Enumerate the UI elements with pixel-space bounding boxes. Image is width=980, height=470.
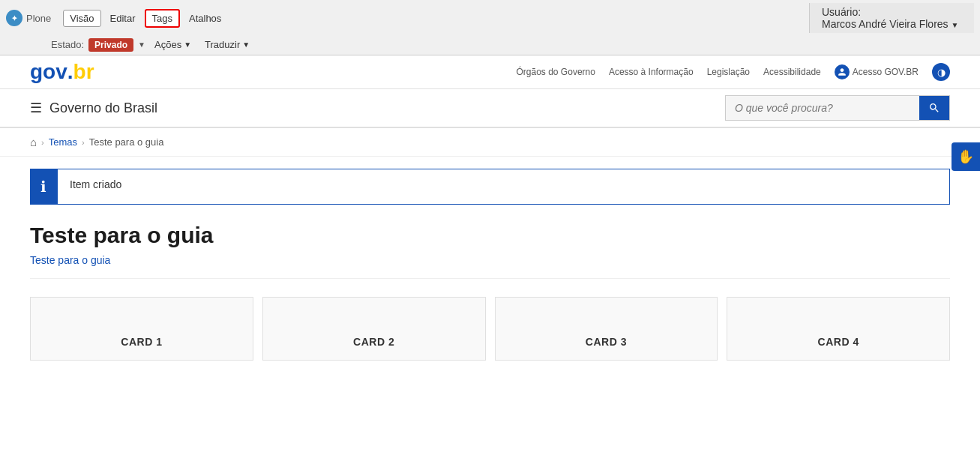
logo-dot: . bbox=[67, 61, 73, 82]
acesso-govbr-label: Acesso GOV.BR bbox=[853, 67, 919, 77]
content-divider bbox=[30, 278, 950, 279]
info-icon: ℹ bbox=[40, 178, 46, 196]
search-icon bbox=[928, 102, 940, 114]
breadcrumb-sep-2: › bbox=[82, 138, 85, 147]
govbr-nav: ☰ Governo do Brasil bbox=[0, 89, 980, 128]
admin-row2: Estado: Privado ▼ Ações ▼ Traduzir ▼ bbox=[0, 36, 980, 55]
menu-hamburger-icon[interactable]: ☰ bbox=[30, 100, 42, 116]
notification-message: Item criado bbox=[57, 169, 950, 205]
notification-icon-box: ℹ bbox=[30, 169, 57, 205]
govbr-top-nav: Órgãos do Governo Acesso à Informação Le… bbox=[517, 63, 951, 81]
accessibility-button[interactable]: ✋ bbox=[952, 142, 980, 171]
plone-icon: ✦ bbox=[6, 10, 22, 26]
card-4[interactable]: CARD 4 bbox=[727, 297, 950, 361]
estado-label: Estado: bbox=[51, 39, 84, 50]
admin-row1: ✦ Plone Visão Editar Tags Atalhos Usuári… bbox=[0, 0, 980, 36]
nav-tags[interactable]: Tags bbox=[145, 9, 180, 28]
logo-br: br bbox=[73, 61, 94, 82]
breadcrumb: ⌂ › Temas › Teste para o guia bbox=[0, 128, 980, 157]
main-content: Teste para o guia Teste para o guia CARD… bbox=[0, 205, 980, 379]
traduzir-button[interactable]: Traduzir ▼ bbox=[200, 37, 254, 52]
govbr-nav-left: ☰ Governo do Brasil bbox=[30, 100, 157, 116]
orgaos-link[interactable]: Órgãos do Governo bbox=[517, 67, 595, 77]
govbr-nav-title: Governo do Brasil bbox=[49, 100, 157, 116]
plone-logo[interactable]: ✦ Plone bbox=[6, 10, 51, 26]
breadcrumb-temas[interactable]: Temas bbox=[49, 136, 77, 148]
card-1[interactable]: CARD 1 bbox=[30, 297, 253, 361]
estado-badge[interactable]: Privado bbox=[88, 38, 133, 52]
page-subtitle[interactable]: Teste para o guia bbox=[30, 254, 950, 266]
acoes-button[interactable]: Ações ▼ bbox=[150, 37, 196, 52]
breadcrumb-sep-1: › bbox=[41, 138, 44, 147]
user-label: Usuário: bbox=[822, 6, 861, 18]
acesso-govbr-button[interactable]: Acesso GOV.BR bbox=[835, 64, 919, 79]
admin-row1-left: ✦ Plone Visão Editar Tags Atalhos bbox=[6, 9, 227, 28]
contrast-icon: ◑ bbox=[937, 67, 946, 78]
acessibilidade-link[interactable]: Acessibilidade bbox=[763, 67, 821, 77]
notification-bar: ℹ Item criado bbox=[30, 169, 950, 205]
nav-atalhos[interactable]: Atalhos bbox=[183, 10, 227, 26]
user-info: Usuário: Marcos André Vieira Flores ▼ bbox=[809, 3, 974, 33]
logo-gov: gov bbox=[30, 61, 67, 82]
chevron-down-icon: ▼ bbox=[951, 21, 958, 29]
accessibility-icon: ✋ bbox=[958, 148, 974, 165]
nav-editar[interactable]: Editar bbox=[104, 10, 142, 26]
acoes-chevron-icon: ▼ bbox=[184, 40, 191, 49]
search-button[interactable] bbox=[919, 96, 949, 120]
page-title: Teste para o guia bbox=[30, 223, 950, 248]
search-input[interactable] bbox=[726, 96, 919, 120]
home-icon[interactable]: ⌂ bbox=[30, 136, 37, 148]
user-name: Marcos André Vieira Flores ▼ bbox=[822, 18, 958, 30]
cards-row: CARD 1 CARD 2 CARD 3 CARD 4 bbox=[30, 297, 950, 361]
govbr-logo: gov.br bbox=[30, 61, 94, 82]
estado-chevron-icon: ▼ bbox=[138, 40, 145, 49]
govbr-header: gov.br Órgãos do Governo Acesso à Inform… bbox=[0, 55, 980, 89]
card-2[interactable]: CARD 2 bbox=[262, 297, 486, 361]
admin-topbar: ✦ Plone Visão Editar Tags Atalhos Usuári… bbox=[0, 0, 980, 55]
card-3[interactable]: CARD 3 bbox=[495, 297, 718, 361]
acesso-informacao-link[interactable]: Acesso à Informação bbox=[609, 67, 694, 77]
user-avatar-icon bbox=[835, 64, 850, 79]
traduzir-chevron-icon: ▼ bbox=[242, 40, 250, 49]
contrast-button[interactable]: ◑ bbox=[932, 63, 950, 81]
plone-label: Plone bbox=[26, 13, 51, 24]
nav-visao[interactable]: Visão bbox=[63, 10, 100, 27]
search-wrapper bbox=[725, 95, 950, 121]
breadcrumb-current: Teste para o guia bbox=[89, 136, 164, 148]
legislacao-link[interactable]: Legislação bbox=[707, 67, 750, 77]
